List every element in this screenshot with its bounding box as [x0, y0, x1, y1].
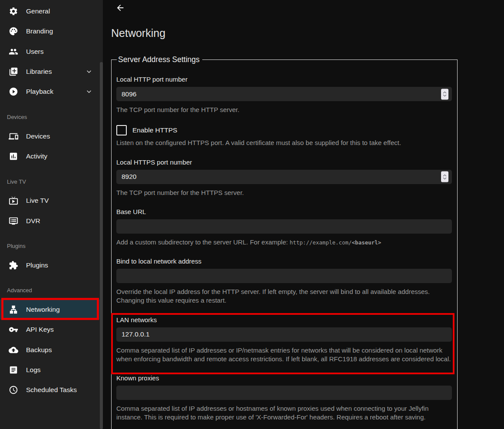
activity-chart-icon — [9, 152, 18, 161]
base-url-group: Base URL Add a custom subdirectory to th… — [116, 208, 452, 247]
sidebar-item-label: Playback — [26, 88, 53, 96]
sidebar-item-live-tv[interactable]: Live TV — [0, 191, 103, 211]
sidebar-item-scheduled-tasks[interactable]: Scheduled Tasks — [0, 380, 103, 400]
sidebar-section-live-tv: Live TV — [0, 176, 103, 187]
sidebar-item-label: Backups — [26, 346, 52, 354]
stepper-up-icon — [443, 92, 447, 94]
base-url-label: Base URL — [116, 208, 452, 215]
library-add-icon — [9, 67, 18, 76]
lan-networks-helper: Comma separated list of IP addresses or … — [116, 346, 452, 364]
sidebar-item-activity[interactable]: Activity — [0, 146, 103, 166]
sidebar-section-plugins: Plugins — [0, 241, 103, 251]
sidebar-item-label: Live TV — [26, 197, 49, 205]
sidebar-item-users[interactable]: Users — [0, 42, 103, 62]
sidebar-section-devices: Devices — [0, 112, 103, 122]
sidebar-item-label: Logs — [26, 366, 41, 374]
stepper-down-icon — [443, 177, 447, 179]
known-proxies-label: Known proxies — [116, 374, 452, 382]
sidebar-scrollbar-thumb[interactable] — [100, 62, 103, 429]
known-proxies-input[interactable] — [116, 386, 452, 400]
sidebar-item-devices[interactable]: Devices — [0, 126, 103, 146]
back-button[interactable] — [115, 3, 125, 13]
networking-settings-page: Networking Server Address Settings Local… — [103, 0, 504, 429]
enable-https-label: Enable HTTPS — [132, 126, 177, 134]
sidebar-item-label: Branding — [26, 27, 53, 35]
sidebar-item-api-keys[interactable]: API Keys — [0, 320, 103, 340]
document-icon — [9, 365, 18, 375]
gear-icon — [9, 7, 18, 16]
sidebar-nav: General Branding Users Libraries Playbac… — [0, 0, 103, 400]
http-port-input[interactable] — [116, 87, 452, 101]
sidebar-section-advanced: Advanced — [0, 285, 103, 296]
sidebar-item-label: Networking — [26, 306, 60, 314]
fieldset-legend: Server Address Settings — [117, 55, 202, 64]
settings-sidebar: General Branding Users Libraries Playbac… — [0, 0, 103, 429]
base-url-input[interactable] — [116, 219, 452, 234]
bind-address-input[interactable] — [116, 269, 452, 283]
sidebar-item-playback[interactable]: Playback — [0, 82, 103, 102]
https-port-input[interactable] — [116, 170, 452, 184]
known-proxies-helper: Comma separated list of IP addresses or … — [116, 404, 452, 422]
users-icon — [9, 47, 18, 56]
clock-icon — [9, 385, 18, 395]
sidebar-item-label: DVR — [26, 217, 40, 225]
lan-networks-group: LAN networks Comma separated list of IP … — [116, 316, 452, 364]
https-port-helper: The TCP port number for the HTTPS server… — [116, 188, 452, 197]
enable-https-group: Enable HTTPS Listen on the configured HT… — [116, 125, 452, 147]
sidebar-item-branding[interactable]: Branding — [0, 21, 103, 41]
sidebar-item-backups[interactable]: Backups — [0, 340, 103, 360]
sidebar-item-label: General — [26, 7, 50, 15]
http-port-label: Local HTTP port number — [116, 76, 452, 83]
server-address-settings-fieldset: Server Address Settings Local HTTP port … — [111, 55, 458, 429]
http-port-helper: The TCP port number for the HTTP server. — [116, 106, 452, 114]
dvr-icon — [9, 216, 18, 226]
page-title: Networking — [111, 27, 504, 40]
enable-https-checkbox[interactable] — [116, 125, 127, 135]
stepper-down-icon — [443, 95, 447, 97]
sidebar-item-networking[interactable]: Networking — [0, 300, 103, 320]
sidebar-item-label: Scheduled Tasks — [26, 386, 77, 394]
sidebar-item-label: Libraries — [26, 68, 52, 76]
palette-icon — [9, 26, 18, 36]
bind-address-helper: Override the local IP address for the HT… — [116, 287, 452, 305]
sidebar-item-libraries[interactable]: Libraries — [0, 62, 103, 82]
sidebar-item-label: Plugins — [26, 261, 48, 269]
sidebar-item-label: Devices — [26, 132, 50, 140]
lan-icon — [9, 305, 18, 314]
play-circle-icon — [9, 87, 18, 96]
stepper-up-icon — [443, 174, 447, 176]
http-port-group: Local HTTP port number The TCP port numb… — [116, 76, 452, 114]
number-stepper[interactable] — [441, 172, 448, 182]
number-stepper[interactable] — [441, 89, 448, 99]
cloud-backup-icon — [9, 345, 18, 355]
sidebar-item-logs[interactable]: Logs — [0, 360, 103, 380]
sidebar-item-label: Activity — [26, 152, 47, 160]
sidebar-item-label: API Keys — [26, 326, 54, 333]
devices-icon — [9, 132, 18, 141]
bind-address-label: Bind to local network address — [116, 257, 452, 265]
https-port-label: Local HTTPS port number — [116, 158, 452, 166]
sidebar-item-dvr[interactable]: DVR — [0, 211, 103, 231]
sidebar-item-plugins[interactable]: Plugins — [0, 255, 103, 275]
live-tv-icon — [9, 196, 18, 205]
key-icon — [9, 325, 18, 334]
lan-networks-label: LAN networks — [116, 316, 452, 323]
https-port-group: Local HTTPS port number The TCP port num… — [116, 158, 452, 197]
bind-address-group: Bind to local network address Override t… — [116, 257, 452, 305]
known-proxies-group: Known proxies Comma separated list of IP… — [116, 374, 452, 422]
chevron-down-icon — [85, 87, 93, 96]
base-url-helper: Add a custom subdirectory to the server … — [116, 238, 452, 247]
lan-networks-input[interactable] — [116, 327, 452, 342]
sidebar-item-general[interactable]: General — [0, 1, 103, 21]
enable-https-helper: Listen on the configured HTTPS port. A v… — [116, 139, 452, 147]
sidebar-item-label: Users — [26, 48, 43, 56]
arrow-back-icon — [115, 3, 125, 13]
puzzle-icon — [9, 261, 18, 270]
chevron-down-icon — [85, 67, 93, 76]
